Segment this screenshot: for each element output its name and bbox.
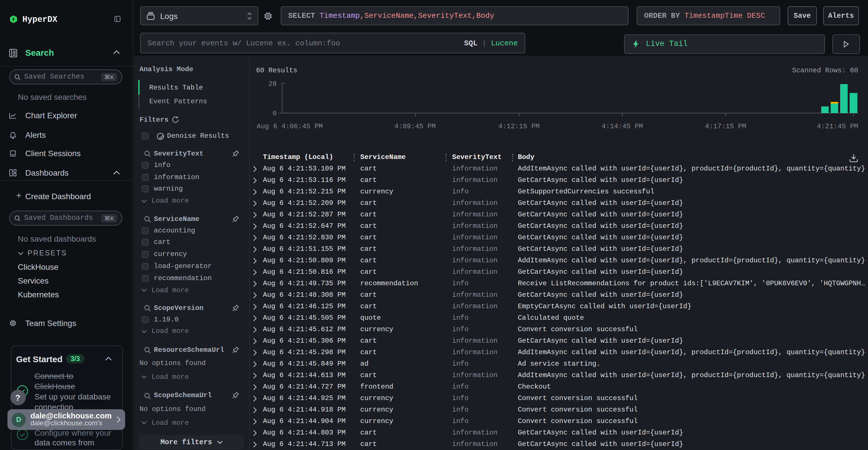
svg-text:4:14:45 PM: 4:14:45 PM [601, 123, 643, 130]
svg-text:Aug 6 4:06:45 PM: Aug 6 4:06:45 PM [257, 123, 322, 130]
svg-text:4:12:15 PM: 4:12:15 PM [498, 123, 539, 130]
svg-text:28: 28 [268, 80, 277, 88]
svg-text:0: 0 [273, 109, 277, 117]
svg-text:4:17:15 PM: 4:17:15 PM [705, 123, 746, 130]
svg-text:4:09:45 PM: 4:09:45 PM [394, 123, 436, 130]
svg-text:4:21:45 PM: 4:21:45 PM [817, 123, 858, 130]
